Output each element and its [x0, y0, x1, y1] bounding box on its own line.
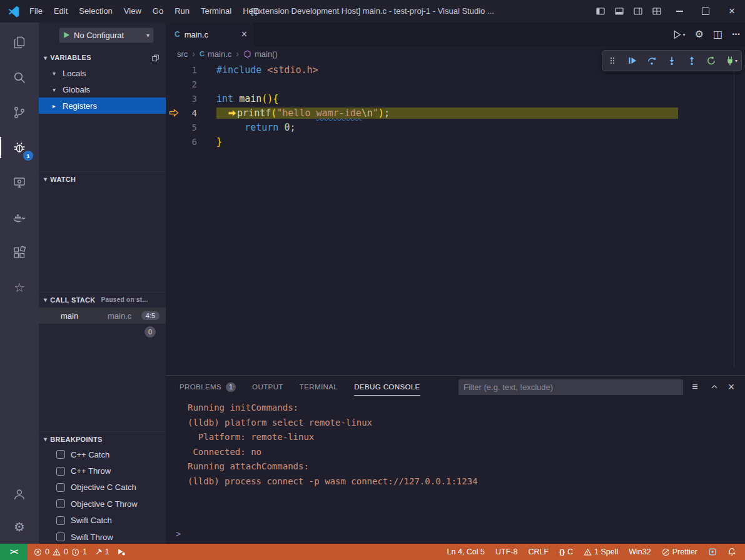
collapse-all-icon[interactable] — [151, 54, 160, 62]
filter-icon[interactable]: ≡ — [687, 376, 703, 398]
menu-go[interactable]: Go — [147, 0, 169, 22]
tools-status[interactable]: 1 — [94, 548, 109, 556]
breakpoint-item-objective-c-throw[interactable]: Objective C Throw — [39, 496, 166, 512]
checkbox[interactable] — [56, 450, 65, 459]
breakpoint-item-objective-c-catch[interactable]: Objective C Catch — [39, 479, 166, 496]
breakpoint-item-swift-catch[interactable]: Swift Catch — [39, 512, 166, 529]
panel-tab-terminal[interactable]: TERMINAL — [300, 376, 338, 398]
remote-indicator[interactable]: >< — [0, 544, 28, 560]
more-actions-icon[interactable]: ··· — [732, 29, 740, 39]
formatter-status[interactable]: Prettier — [662, 548, 697, 556]
menu-selection[interactable]: Selection — [73, 0, 118, 22]
code-text: printf("hello wamr-ide\n"); — [216, 108, 678, 119]
activity-accounts[interactable] — [0, 479, 39, 510]
restart-button[interactable] — [702, 52, 720, 69]
variables-item-globals[interactable]: ▾Globals — [39, 81, 166, 98]
maximize-button[interactable] — [692, 0, 719, 22]
eol-indicator[interactable]: CRLF — [528, 548, 549, 556]
checkbox[interactable] — [56, 516, 65, 525]
checkbox[interactable] — [56, 532, 65, 541]
breadcrumb-file[interactable]: Cmain.c — [200, 49, 231, 59]
error-count: 0 — [45, 548, 49, 556]
section-title: BREAKPOINTS — [50, 436, 102, 443]
code-line-6[interactable]: 6} — [166, 134, 734, 149]
console-prompt[interactable]: > — [176, 529, 181, 539]
breakpoint-item-c-throw[interactable]: C++ Throw — [39, 462, 166, 479]
checkbox[interactable] — [56, 467, 65, 476]
close-tab-icon[interactable]: × — [241, 29, 247, 40]
spell-checker-status[interactable]: 1 Spell — [584, 548, 618, 556]
maximize-panel-icon[interactable] — [706, 376, 722, 398]
menu-run[interactable]: Run — [169, 0, 195, 22]
menu-edit[interactable]: Edit — [48, 0, 73, 22]
breakpoints-header[interactable]: ▾ BREAKPOINTS — [39, 431, 166, 446]
menu-view[interactable]: View — [118, 0, 147, 22]
cursor-position[interactable]: Ln 4, Col 5 — [447, 548, 485, 556]
status-bar: >< 0 0 1 1 Ln 4, Col 5 UTF-8 CRLF {}C — [0, 544, 745, 560]
chevron-down-icon: ▾ — [44, 296, 47, 303]
close-window-button[interactable]: × — [719, 0, 745, 22]
chevron-down-icon: ▾ — [44, 54, 47, 61]
panel-tab-problems[interactable]: PROBLEMS1 — [180, 376, 236, 398]
activity-run-debug[interactable]: 1 — [0, 130, 39, 165]
breakpoint-label: Objective C Throw — [71, 499, 138, 509]
breakpoint-item-swift-throw[interactable]: Swift Throw — [39, 529, 166, 545]
toggle-sidebar-icon[interactable] — [591, 0, 610, 22]
disconnect-button[interactable]: ▾ — [722, 52, 740, 69]
close-panel-icon[interactable]: × — [723, 376, 739, 398]
activity-settings[interactable]: ⚙ — [0, 510, 39, 544]
variable-scope-label: Globals — [63, 85, 90, 94]
variables-item-registers[interactable]: ▸Registers — [39, 98, 166, 114]
debug-status[interactable] — [117, 548, 126, 556]
extension-status-icon[interactable] — [708, 548, 717, 556]
run-or-debug-button[interactable]: ▾ — [672, 29, 686, 40]
notifications-bell-icon[interactable] — [727, 548, 736, 556]
menu-file[interactable]: File — [24, 0, 48, 22]
step-out-button[interactable] — [683, 52, 701, 69]
step-into-button[interactable] — [663, 52, 681, 69]
activity-search[interactable] — [0, 60, 39, 95]
variables-item-locals[interactable]: ▾Locals — [39, 65, 166, 81]
encoding-indicator[interactable]: UTF-8 — [495, 548, 517, 556]
panel-tab-output[interactable]: OUTPUT — [252, 376, 283, 398]
activity-explorer[interactable] — [0, 25, 39, 60]
gutter-glyph — [166, 109, 182, 117]
breadcrumb-symbol[interactable]: main() — [243, 49, 278, 59]
variables-list: ▾Locals▾Globals▸Registers — [39, 65, 166, 114]
panel-tab-debug-console[interactable]: DEBUG CONSOLE — [354, 376, 420, 398]
step-over-button[interactable] — [643, 52, 661, 69]
scrollbar[interactable] — [734, 62, 734, 368]
checkbox[interactable] — [56, 483, 65, 492]
activity-marketplace[interactable]: ☆ — [0, 270, 39, 305]
activity-docker[interactable] — [0, 200, 39, 235]
variables-header[interactable]: ▾ VARIABLES — [39, 50, 166, 65]
code-line-2[interactable]: 2 — [166, 77, 734, 91]
tab-main-c[interactable]: C main.c × — [166, 22, 253, 46]
menu-terminal[interactable]: Terminal — [195, 0, 237, 22]
code-line-3[interactable]: 3int main(){ — [166, 91, 734, 106]
split-editor-icon[interactable]: ◫ — [713, 29, 722, 39]
diagnostics-status[interactable]: 0 0 1 — [34, 548, 87, 556]
watch-header[interactable]: ▾ WATCH — [39, 171, 166, 186]
toolbar-drag-handle[interactable] — [604, 52, 621, 69]
toggle-secondary-sidebar-icon[interactable] — [629, 0, 647, 22]
code-line-4[interactable]: 4 printf("hello wamr-ide\n"); — [166, 106, 734, 120]
breadcrumb-folder[interactable]: src — [177, 49, 188, 59]
language-indicator[interactable]: {}C — [559, 548, 573, 556]
activity-source-control[interactable] — [0, 95, 39, 130]
checkbox[interactable] — [56, 499, 65, 508]
gear-icon[interactable]: ⚙ — [695, 29, 704, 39]
activity-extensions[interactable] — [0, 235, 39, 270]
call-stack-frame[interactable]: main main.c 4:5 — [39, 308, 166, 324]
debug-config-dropdown[interactable]: No Configurat ▾ — [59, 28, 154, 43]
toggle-panel-icon[interactable] — [610, 0, 629, 22]
call-stack-header[interactable]: ▾ CALL STACK Paused on st... — [39, 292, 166, 307]
minimize-button[interactable] — [666, 0, 692, 22]
continue-button[interactable] — [624, 52, 641, 69]
breakpoint-item-c-catch[interactable]: C++ Catch — [39, 446, 166, 462]
activity-remote-explorer[interactable] — [0, 165, 39, 200]
console-filter-input[interactable] — [459, 379, 683, 395]
build-target[interactable]: Win32 — [629, 548, 651, 556]
customize-layout-icon[interactable] — [647, 0, 666, 22]
code-line-5[interactable]: 5 return 0; — [166, 120, 734, 134]
